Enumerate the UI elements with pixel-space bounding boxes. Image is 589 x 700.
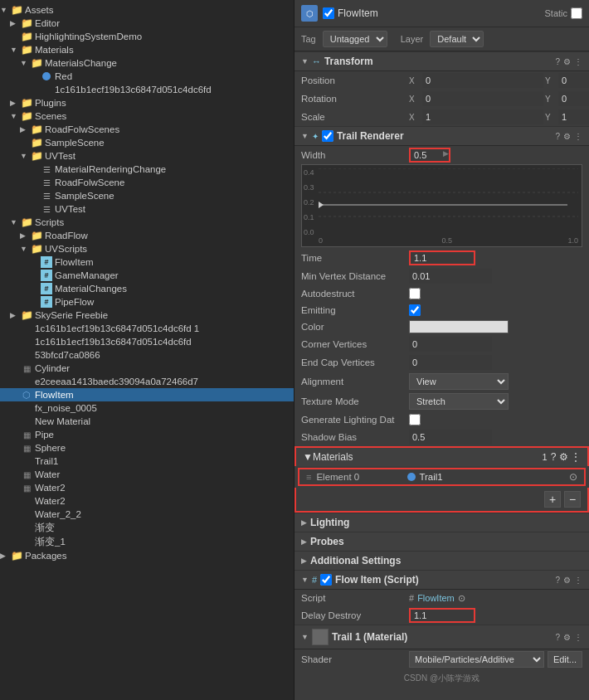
tree-item-scripts[interactable]: ▼📁Scripts — [0, 216, 294, 229]
additional-settings-section[interactable]: ▶ Additional Settings — [294, 551, 589, 570]
flow-item-script-header[interactable]: ▼ # Flow Item (Script) ? ⚙ ⋮ — [294, 570, 589, 590]
object-enabled-checkbox[interactable] — [323, 7, 334, 19]
materials-add-btn[interactable]: + — [544, 491, 561, 508]
tree-item-e2ceeaa[interactable]: e2ceeaa1413baedc39094a0a72466d7 — [0, 375, 294, 388]
tree-item-skyserie[interactable]: ▶📁SkySerie Freebie — [0, 309, 294, 322]
tree-item-guid4[interactable]: 53bfcd7ca0866 — [0, 348, 294, 362]
tree-item-pipe[interactable]: ▦Pipe — [0, 428, 294, 441]
tree-item-uvtest2[interactable]: ☰UVTest — [0, 202, 294, 216]
tree-item-newmaterial[interactable]: New Material — [0, 415, 294, 428]
scale-y-input[interactable] — [558, 109, 589, 124]
tree-item-uvtest[interactable]: ▼📁UVTest — [0, 149, 294, 163]
transform-help[interactable]: ? — [555, 57, 560, 66]
tree-item-guid1[interactable]: 1c161b1ecf19b13c6847d051c4dc6fd — [0, 83, 294, 96]
tree-item-gradient[interactable]: 渐变 — [0, 521, 294, 535]
tree-item-water2b[interactable]: Water2 — [0, 494, 294, 508]
alignment-select[interactable]: View — [409, 373, 509, 390]
position-y-input[interactable] — [558, 73, 589, 88]
tree-item-flowitem-asset[interactable]: ⬡FlowItem — [0, 388, 294, 401]
rotation-x-input[interactable] — [422, 91, 543, 106]
position-x-input[interactable] — [422, 73, 543, 88]
assets-panel[interactable]: ▼📁Assets▶📁Editor📁HighlightingSystemDemo▼… — [0, 0, 294, 700]
tree-item-materialchanges[interactable]: #MaterialChanges — [0, 282, 294, 295]
tree-item-highlighting[interactable]: 📁HighlightingSystemDemo — [0, 30, 294, 43]
tree-item-gradient2[interactable]: 渐变_1 — [0, 535, 294, 549]
tree-item-roadflow[interactable]: ▶📁RoadFlow — [0, 229, 294, 242]
tree-item-flowitem[interactable]: #FlowItem — [0, 255, 294, 269]
tree-item-editor[interactable]: ▶📁Editor — [0, 17, 294, 30]
autodestruct-row: Autodestruct — [294, 285, 589, 302]
trail-dots[interactable]: ⋮ — [574, 132, 582, 141]
gen-lighting-checkbox[interactable] — [409, 414, 421, 425]
tree-item-uvscripts[interactable]: ▼📁UVScripts — [0, 242, 294, 255]
texture-mode-select[interactable]: Stretch — [409, 393, 509, 410]
trail1-help[interactable]: ? — [555, 633, 560, 642]
emitting-checkbox[interactable] — [409, 304, 421, 316]
transform-menu[interactable]: ⚙ — [563, 57, 571, 66]
tree-item-materials[interactable]: ▼📁Materials — [0, 43, 294, 56]
script-link[interactable]: ⊙ — [458, 593, 465, 604]
scale-x-input[interactable] — [422, 109, 543, 124]
materials-section-header[interactable]: ▼ Materials 1 ? ⚙ ⋮ — [294, 446, 589, 466]
element-0-action[interactable]: ⊙ — [569, 471, 577, 483]
shader-edit-btn[interactable]: Edit... — [548, 651, 582, 668]
time-input[interactable] — [409, 250, 475, 265]
tree-item-water[interactable]: ▦Water — [0, 468, 294, 481]
tree-item-fx_noise[interactable]: fx_noise_0005 — [0, 401, 294, 415]
tree-item-samplescene[interactable]: 📁SampleScene — [0, 136, 294, 149]
tag-select[interactable]: Untagged — [323, 31, 387, 47]
transform-dots[interactable]: ⋮ — [574, 57, 582, 66]
tree-item-guid3[interactable]: 1c161b1ecf19b13c6847d051c4dc6fd — [0, 335, 294, 348]
trail1-menu[interactable]: ⚙ — [563, 633, 571, 642]
tree-item-scenes[interactable]: ▼📁Scenes — [0, 109, 294, 123]
tree-item-roadfolwscenes[interactable]: ▶📁RoadFolwScenes — [0, 123, 294, 136]
tree-item-assets-root[interactable]: ▼📁Assets — [0, 3, 294, 17]
layer-select[interactable]: Default — [430, 31, 484, 47]
tree-item-materialrenderingchange[interactable]: ☰MaterialRenderingChange — [0, 163, 294, 176]
end-cap-input[interactable] — [409, 355, 492, 370]
static-toggle[interactable] — [571, 7, 582, 19]
materials-count: 1 — [543, 452, 548, 462]
tree-item-plugins[interactable]: ▶📁Plugins — [0, 96, 294, 109]
trail-help[interactable]: ? — [555, 132, 560, 141]
trail-renderer-section-header[interactable]: ▼ ✦ Trail Renderer ? ⚙ ⋮ — [294, 126, 589, 146]
tree-item-samplescene2[interactable]: ☰SampleScene — [0, 189, 294, 202]
tree-item-guid2[interactable]: 1c161b1ecf19b13c6847d051c4dc6fd 1 — [0, 322, 294, 335]
tree-item-pipeflow[interactable]: #PipeFlow — [0, 295, 294, 309]
trail1-material-header[interactable]: ▼ Trail 1 (Material) ? ⚙ ⋮ — [294, 625, 589, 649]
delay-destroy-input[interactable] — [409, 608, 475, 623]
materials-menu[interactable]: ⚙ — [559, 451, 568, 463]
trail-menu[interactable]: ⚙ — [563, 132, 571, 141]
rotation-y-input[interactable] — [558, 91, 589, 106]
script-enabled-checkbox[interactable] — [320, 574, 332, 586]
materials-help[interactable]: ? — [551, 451, 557, 463]
corner-vertices-input[interactable] — [409, 337, 492, 352]
tree-item-sphere[interactable]: ▦Sphere — [0, 441, 294, 455]
materials-dots[interactable]: ⋮ — [571, 451, 581, 463]
tree-item-materialschange[interactable]: ▼📁MaterialsChange — [0, 56, 294, 70]
min-vertex-input[interactable] — [409, 269, 492, 284]
script-menu[interactable]: ⚙ — [563, 576, 571, 585]
tree-item-water22[interactable]: Water_2_2 — [0, 508, 294, 521]
tree-item-gamemanager[interactable]: #GameManager — [0, 269, 294, 282]
lighting-section[interactable]: ▶ Lighting — [294, 513, 589, 532]
tree-item-trail1[interactable]: Trail1 — [0, 455, 294, 468]
autodestruct-checkbox[interactable] — [409, 288, 421, 299]
trail-width-graph[interactable]: 0.4 0.3 0.2 0.1 0.0 0 0.5 1.0 — [301, 164, 582, 247]
transform-section-header[interactable]: ▼ ↔ Transform ? ⚙ ⋮ — [294, 51, 589, 71]
materials-remove-btn[interactable]: − — [564, 491, 581, 508]
script-help[interactable]: ? — [555, 576, 560, 585]
tree-item-red[interactable]: Red — [0, 70, 294, 83]
trail1-dots[interactable]: ⋮ — [574, 633, 582, 642]
tree-item-packages[interactable]: ▶📁Packages — [0, 549, 294, 562]
shadow-bias-input[interactable] — [409, 430, 492, 445]
tree-item-cylinder[interactable]: ▦Cylinder — [0, 362, 294, 375]
script-dots[interactable]: ⋮ — [574, 576, 582, 585]
color-swatch[interactable] — [409, 320, 509, 333]
probes-section[interactable]: ▶ Probes — [294, 532, 589, 551]
tree-item-water2a[interactable]: ▦Water2 — [0, 481, 294, 494]
shader-select[interactable]: Mobile/Particles/Additive — [409, 651, 544, 668]
tree-item-roadfolwscene2[interactable]: ☰RoadFolwScene — [0, 176, 294, 189]
trail-enabled-checkbox[interactable] — [322, 130, 333, 142]
tree-label-cylinder: Cylinder — [35, 363, 70, 373]
